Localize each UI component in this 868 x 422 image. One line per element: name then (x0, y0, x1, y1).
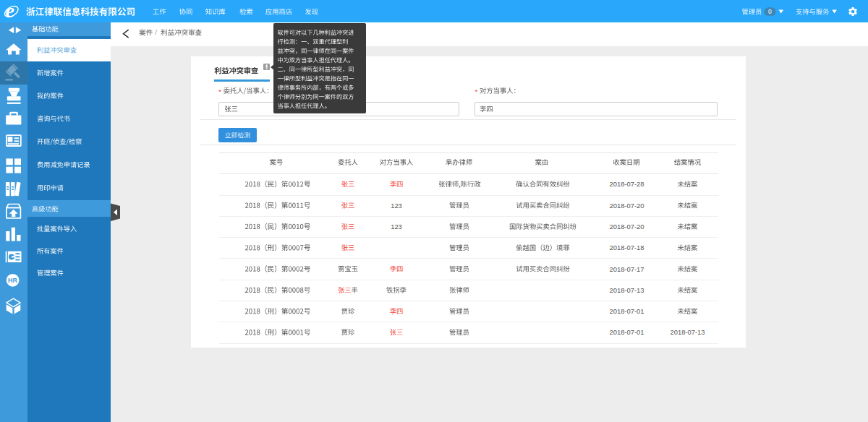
svg-text:*: * (475, 87, 478, 95)
svg-text:2018-07-18: 2018-07-18 (610, 244, 644, 251)
svg-text:2018-07-13: 2018-07-13 (671, 328, 705, 336)
svg-text:/: / (155, 28, 157, 36)
svg-text:2018-07-17: 2018-07-17 (610, 265, 644, 273)
svg-text:2018-07-01: 2018-07-01 (610, 307, 644, 315)
svg-text:123: 123 (391, 223, 402, 231)
svg-text:2018-07-28: 2018-07-28 (610, 180, 644, 188)
svg-text:123: 123 (391, 202, 402, 210)
svg-text:2018-07-01: 2018-07-01 (610, 328, 644, 336)
svg-text:2018-07-20: 2018-07-20 (610, 202, 644, 210)
svg-text:0: 0 (768, 8, 772, 15)
svg-text:*: * (218, 87, 221, 95)
svg-text:2018-07-13: 2018-07-13 (610, 286, 644, 294)
svg-text:2018-07-20: 2018-07-20 (610, 223, 644, 231)
